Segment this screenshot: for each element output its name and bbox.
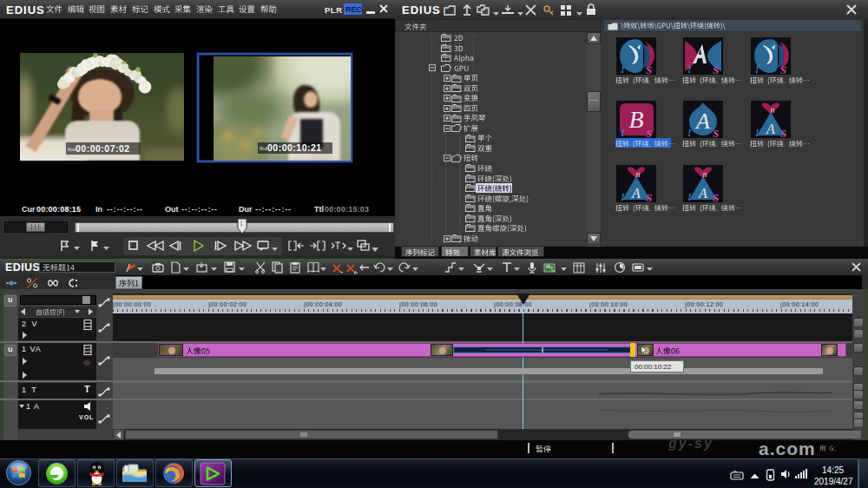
svg-text:S: S xyxy=(780,63,786,76)
svg-text:S: S xyxy=(713,127,719,140)
svg-text:!: ! xyxy=(621,127,625,139)
svg-text:n: n xyxy=(636,169,641,179)
svg-text:!: ! xyxy=(755,127,760,139)
svg-text:!: ! xyxy=(687,63,692,76)
svg-text:S: S xyxy=(646,63,652,76)
svg-text:!: ! xyxy=(621,191,625,203)
svg-text:A: A xyxy=(631,186,641,201)
svg-text:S: S xyxy=(713,63,719,76)
svg-text:!: ! xyxy=(687,127,692,139)
svg-text:B: B xyxy=(628,106,643,133)
svg-text:S: S xyxy=(646,191,652,204)
svg-text:!: ! xyxy=(621,63,625,76)
svg-text:S: S xyxy=(713,191,719,204)
svg-text:A: A xyxy=(766,122,775,136)
svg-text:!: ! xyxy=(755,63,760,76)
svg-text:A: A xyxy=(694,109,710,134)
svg-text:n: n xyxy=(703,169,707,179)
svg-text:S: S xyxy=(780,127,786,140)
svg-text:n: n xyxy=(771,105,775,115)
svg-text:A: A xyxy=(698,186,707,201)
svg-text:!: ! xyxy=(687,191,692,203)
